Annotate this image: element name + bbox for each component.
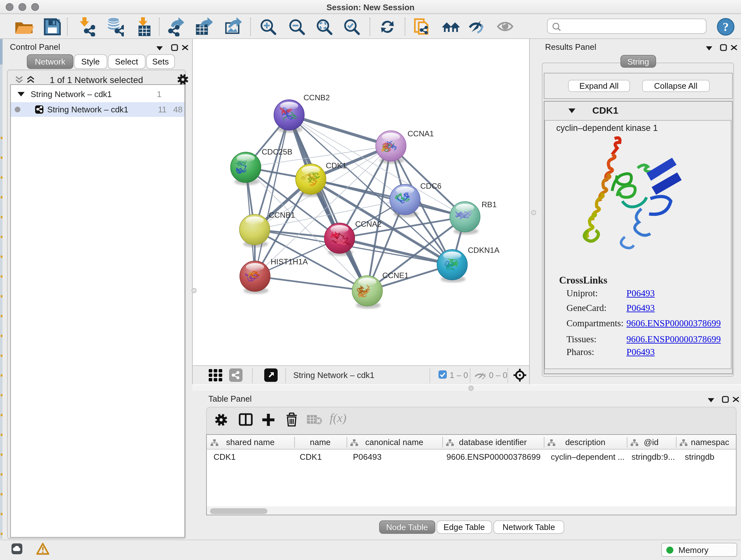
svg-text:HIST1H1A: HIST1H1A (270, 257, 308, 266)
svg-text:CDC25B: CDC25B (261, 147, 292, 156)
svg-text:CCNA1: CCNA1 (407, 129, 434, 138)
svg-text:?: ? (723, 20, 729, 33)
svg-text:CCNB1: CCNB1 (268, 211, 295, 219)
svg-text:RB1: RB1 (481, 200, 496, 209)
svg-text:CCNE1: CCNE1 (382, 271, 408, 280)
svg-text:CCNB2: CCNB2 (303, 93, 330, 102)
svg-text:CDKN1A: CDKN1A (468, 246, 499, 254)
svg-text:CDK1: CDK1 (326, 161, 346, 170)
svg-text:CCNA2: CCNA2 (355, 220, 381, 228)
svg-text:CDC6: CDC6 (420, 182, 441, 190)
